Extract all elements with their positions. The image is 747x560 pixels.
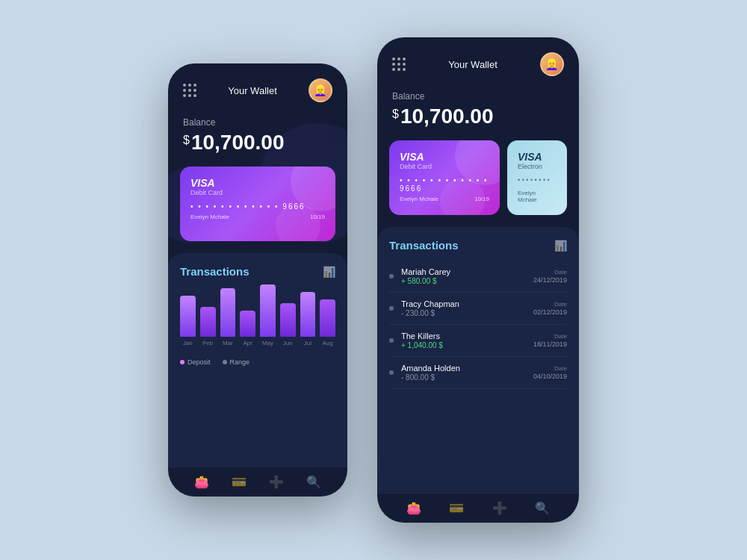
currency-symbol: $ xyxy=(183,134,190,147)
nav-search-icon[interactable]: 🔍 xyxy=(306,475,321,489)
date-label-2: Date xyxy=(533,333,567,340)
date-value-1: 02/12/2019 xyxy=(533,308,567,316)
cards-section: VISA Debit Card • • • • • • • • • • • • … xyxy=(168,167,347,253)
card-holder-right: Evelyn Mchale xyxy=(400,196,438,202)
balance-section-right: Balance $ 10,700.00 xyxy=(377,84,579,140)
balance-label-right: Balance xyxy=(392,91,564,102)
transaction-date-col-2: Date 18/11/2019 xyxy=(533,333,567,348)
chart-icon-right: 📊 xyxy=(554,240,567,252)
menu-dots[interactable] xyxy=(183,84,196,97)
bar-mar-label: Mar xyxy=(223,340,233,346)
bar-feb-label: Feb xyxy=(202,340,213,346)
transaction-dot-1 xyxy=(389,306,394,311)
card-brand-right: VISA xyxy=(400,151,489,163)
nav-add-icon-right[interactable]: ➕ xyxy=(492,501,507,515)
card-brand: VISA xyxy=(190,177,325,189)
balance-amount-right: $ 10,700.00 xyxy=(392,105,564,128)
bar-jul-label: Jul xyxy=(304,340,311,346)
legend-deposit-label: Deposit xyxy=(187,358,211,366)
cards-section-right: VISA Debit Card • • • • • • • • • • • • … xyxy=(377,140,579,227)
date-label-0: Date xyxy=(533,269,567,276)
bar-aug-bar xyxy=(320,299,335,337)
transaction-info-2: The Killers + 1,040.00 $ xyxy=(401,332,533,349)
transaction-dot-3 xyxy=(389,370,394,375)
transaction-name-2: The Killers xyxy=(401,332,533,340)
transaction-dot-2 xyxy=(389,338,394,343)
card-expiry: 10/19 xyxy=(310,214,325,220)
page-title-right: Your Wallet xyxy=(448,59,498,70)
bar-jun-bar xyxy=(280,303,296,337)
transaction-amount-1: - 230.00 $ xyxy=(401,309,533,317)
secondary-type: Electron xyxy=(518,163,557,170)
transaction-date-col-0: Date 24/12/2019 xyxy=(533,269,567,284)
bar-aug-label: Aug xyxy=(323,340,333,346)
bottom-nav-left: 👛 💳 ➕ 🔍 xyxy=(168,467,347,497)
bar-jan-bar xyxy=(180,296,196,337)
nav-wallet-icon[interactable]: 👛 xyxy=(194,475,209,489)
balance-label: Balance xyxy=(183,117,332,128)
phone-right: Your Wallet 👱‍♀️ Balance $ 10,700.00 VIS… xyxy=(377,37,579,523)
card-number: • • • • • • • • • • • • 9666 xyxy=(190,202,325,211)
phone-left: Your Wallet 👱‍♀️ Balance $ 10,700.00 VIS… xyxy=(168,63,347,497)
bar-mar-bar xyxy=(220,288,236,337)
bar-may-bar xyxy=(260,284,276,337)
avatar-right[interactable]: 👱‍♀️ xyxy=(540,52,564,76)
secondary-holder: Evelyn Mchale xyxy=(518,190,557,203)
nav-search-icon-right[interactable]: 🔍 xyxy=(535,501,550,515)
currency-symbol-right: $ xyxy=(392,108,399,121)
legend-range: Range xyxy=(223,358,250,366)
transactions-section-right: Transactions 📊 Mariah Carey + 580.00 $ D… xyxy=(377,227,579,493)
bar-apr: Apr xyxy=(240,311,255,346)
transaction-amount-0: + 580.00 $ xyxy=(401,277,533,285)
transaction-date-col-3: Date 04/10/2019 xyxy=(533,365,567,380)
legend-deposit: Deposit xyxy=(180,358,211,366)
legend-range-label: Range xyxy=(230,358,250,366)
primary-card-right[interactable]: VISA Debit Card • • • • • • • • • • • • … xyxy=(389,140,500,215)
transaction-item-0: Mariah Carey + 580.00 $ Date 24/12/2019 xyxy=(389,261,567,293)
transaction-list: Mariah Carey + 580.00 $ Date 24/12/2019 … xyxy=(389,261,567,389)
bar-chart: Jan Feb Mar Apr May xyxy=(180,287,335,346)
transaction-name-0: Mariah Carey xyxy=(401,267,533,276)
transaction-date-col-1: Date 02/12/2019 xyxy=(533,301,567,316)
avatar[interactable]: 👱‍♀️ xyxy=(309,78,332,102)
bar-apr-bar xyxy=(240,311,255,337)
card-holder: Evelyn Mchale xyxy=(190,214,229,220)
transaction-dot-0 xyxy=(389,274,394,279)
bar-jun-label: Jun xyxy=(283,340,293,346)
transaction-info-3: Amanda Holden - 800.00 $ xyxy=(401,364,533,382)
secondary-brand: VISA xyxy=(518,151,557,163)
bar-may-label: May xyxy=(262,340,273,346)
transaction-info-0: Mariah Carey + 580.00 $ xyxy=(401,267,533,285)
bar-jul-bar xyxy=(300,292,316,337)
range-dot xyxy=(223,360,227,364)
deposit-dot xyxy=(180,360,185,364)
nav-cards-icon-right[interactable]: 💳 xyxy=(449,501,464,515)
date-label-3: Date xyxy=(533,365,567,372)
nav-wallet-icon-right[interactable]: 👛 xyxy=(406,501,421,515)
bar-jan-label: Jan xyxy=(183,340,193,346)
balance-section: Balance $ 10,700.00 xyxy=(168,110,347,167)
transactions-title: Transactions xyxy=(180,265,249,278)
transaction-item-3: Amanda Holden - 800.00 $ Date 04/10/2019 xyxy=(389,357,567,389)
primary-card[interactable]: VISA Debit Card • • • • • • • • • • • • … xyxy=(180,167,335,241)
menu-dots-right[interactable] xyxy=(392,57,406,71)
transactions-header: Transactions 📊 xyxy=(180,265,335,278)
transaction-item-1: Tracy Chapman - 230.00 $ Date 02/12/2019 xyxy=(389,293,567,325)
date-value-0: 24/12/2019 xyxy=(533,276,567,284)
secondary-card[interactable]: VISA Electron • • • • • • • • Evelyn Mch… xyxy=(507,140,567,215)
bar-jun: Jun xyxy=(280,303,296,346)
date-value-2: 18/11/2019 xyxy=(533,340,567,348)
date-value-3: 04/10/2019 xyxy=(533,373,567,380)
bottom-nav-right: 👛 💳 ➕ 🔍 xyxy=(377,493,579,523)
card-number-right: • • • • • • • • • • • • 9666 xyxy=(400,176,489,193)
bar-may: May xyxy=(260,284,276,346)
transaction-name-3: Amanda Holden xyxy=(401,364,533,373)
card-type-right: Debit Card xyxy=(400,163,489,170)
transactions-section-left: Transactions 📊 Jan Feb Mar xyxy=(168,253,347,467)
card-expiry-right: 10/19 xyxy=(474,196,489,202)
nav-add-icon[interactable]: ➕ xyxy=(269,475,284,489)
bar-jul: Jul xyxy=(300,292,316,346)
nav-cards-icon[interactable]: 💳 xyxy=(232,475,247,489)
transactions-title-right: Transactions xyxy=(389,239,459,252)
bar-aug: Aug xyxy=(320,299,335,346)
